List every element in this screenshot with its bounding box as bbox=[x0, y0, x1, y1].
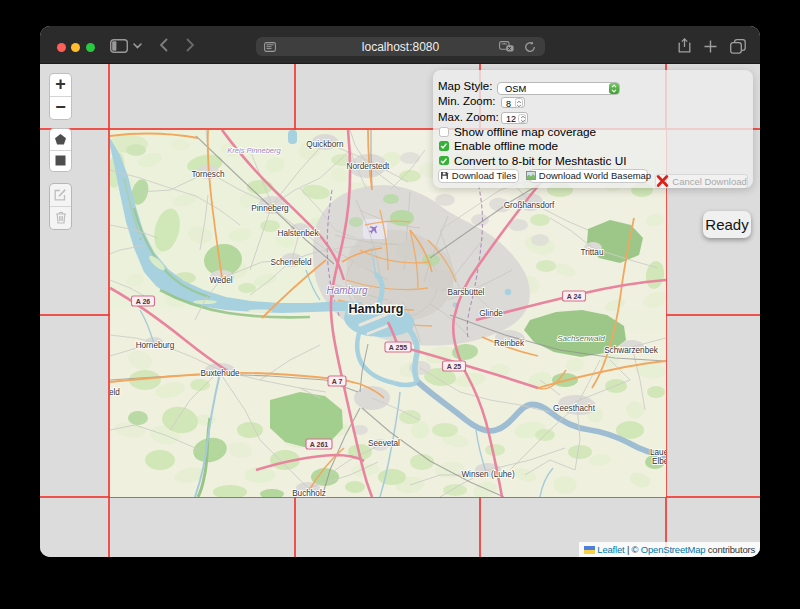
svg-text:A 255: A 255 bbox=[389, 344, 408, 351]
svg-text:Schwarzenbek: Schwarzenbek bbox=[604, 346, 659, 355]
svg-text:Pinneberg: Pinneberg bbox=[251, 204, 289, 213]
svg-text:Geesthacht: Geesthacht bbox=[553, 404, 596, 413]
svg-text:Glinde: Glinde bbox=[479, 309, 503, 318]
svg-text:sefeld: sefeld bbox=[110, 388, 120, 397]
svg-text:A 25: A 25 bbox=[447, 363, 462, 370]
svg-text:Elbe: Elbe bbox=[652, 457, 666, 466]
svg-text:Tornesch: Tornesch bbox=[191, 170, 225, 179]
svg-text:Schenefeld: Schenefeld bbox=[271, 258, 312, 267]
svg-text:Quickborn: Quickborn bbox=[306, 140, 344, 149]
svg-text:Seevetal: Seevetal bbox=[368, 439, 400, 448]
svg-text:Wedel: Wedel bbox=[209, 276, 232, 285]
svg-text:Lauenburg/: Lauenburg/ bbox=[650, 448, 666, 457]
svg-text:A 7: A 7 bbox=[332, 378, 343, 385]
svg-text:A 261: A 261 bbox=[310, 441, 329, 448]
svg-text:Halstenbek: Halstenbek bbox=[278, 229, 320, 238]
svg-text:Barsbüttel: Barsbüttel bbox=[448, 288, 485, 297]
svg-text:Winsen (Luhe): Winsen (Luhe) bbox=[461, 470, 515, 479]
svg-text:Reinbek: Reinbek bbox=[494, 339, 525, 348]
svg-text:Sachsenwald: Sachsenwald bbox=[557, 334, 605, 343]
svg-text:Norderstedt: Norderstedt bbox=[347, 162, 391, 171]
svg-text:Kreis Pinneberg: Kreis Pinneberg bbox=[227, 146, 281, 155]
svg-text:Großhansdorf: Großhansdorf bbox=[504, 201, 555, 210]
svg-text:Buchholz: Buchholz bbox=[292, 489, 326, 498]
svg-text:Trittau: Trittau bbox=[581, 248, 604, 257]
svg-text:Hamburg: Hamburg bbox=[349, 302, 404, 316]
svg-text:A 26: A 26 bbox=[136, 298, 151, 305]
svg-text:Horneburg: Horneburg bbox=[136, 341, 175, 350]
svg-text:A 24: A 24 bbox=[567, 293, 582, 300]
svg-text:Buxtehude: Buxtehude bbox=[200, 369, 240, 378]
svg-text:Hamburg: Hamburg bbox=[326, 285, 368, 296]
